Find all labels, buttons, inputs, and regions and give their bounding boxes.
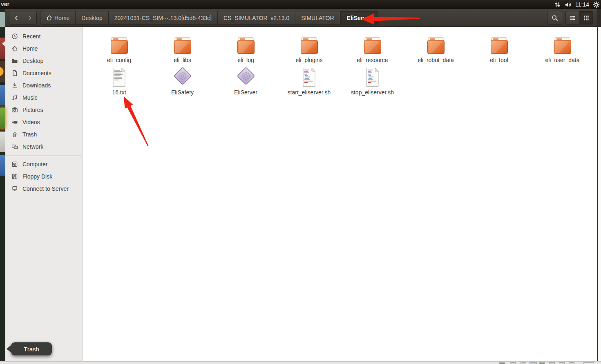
sidebar-item-network[interactable]: Network [5, 141, 82, 153]
trash-icon [11, 131, 18, 138]
file-item-eliserver[interactable]: EliServer [214, 63, 277, 96]
file-item-16-txt[interactable]: 16.txt [87, 63, 151, 96]
breadcrumb-label: SIMULATOR [301, 15, 334, 21]
grid-view-button[interactable] [579, 11, 593, 24]
breadcrumb-eliserver-active[interactable]: EliServer [340, 11, 379, 25]
panel-indicators: 11:14 [554, 0, 600, 9]
sidebar-item-documents[interactable]: Documents [5, 67, 82, 79]
sidebar-label: Computer [22, 161, 47, 167]
shell-script-icon [302, 67, 316, 87]
home-icon [46, 15, 52, 21]
file-item-eli-config[interactable]: eli_config [87, 27, 151, 63]
taskbar-mini-icon [559, 362, 565, 364]
folder-icon [109, 37, 130, 55]
chevron-left-icon [13, 15, 19, 21]
file-item-eli-tool[interactable]: eli_tool [467, 27, 531, 63]
sidebar-item-home[interactable]: Home [5, 42, 82, 55]
taskbar-mini-icon [510, 362, 516, 364]
window-body: Recent Home Desktop Documents Downloads … [5, 27, 597, 361]
taskbar-mini-icon [530, 362, 537, 364]
taskbar-mini-icon [569, 362, 574, 364]
breadcrumb-label: Desktop [81, 15, 102, 21]
folder-icon [426, 37, 446, 55]
dock-tooltip-trash: Trash [11, 342, 52, 355]
breadcrumb-label: Home [54, 15, 69, 21]
top-panel: ver 11:14 [0, 0, 601, 9]
file-item-eli-log[interactable]: eli_log [214, 27, 277, 63]
dock-item[interactable] [0, 85, 5, 105]
sidebar-label: Connect to Server [22, 185, 69, 192]
sidebar-item-recent[interactable]: Recent [5, 30, 82, 42]
desktop-screen: ver 11:14 Home Desktop 20241031-CS_SIM⋯.… [0, 0, 601, 364]
toolbar: Home Desktop 20241031-CS_SIM⋯.13.0[d5d8-… [5, 9, 597, 27]
desktop-folder-icon [11, 58, 18, 64]
grid-view-icon [583, 15, 590, 21]
folder-icon [489, 37, 509, 55]
file-item-stop-eliserver[interactable]: stop_eliserver.sh [341, 63, 404, 96]
computer-disk-icon [11, 161, 18, 167]
file-name: eli_plugins [295, 57, 322, 63]
network-traffic-icon[interactable] [554, 1, 561, 8]
sidebar-item-videos[interactable]: Videos [5, 116, 82, 128]
file-name: EliSafety [171, 89, 194, 96]
folder-icon [236, 37, 256, 55]
sidebar-label: Desktop [22, 58, 43, 64]
chevron-right-icon [27, 15, 33, 21]
breadcrumb-archive[interactable]: 20241031-CS_SIM⋯.13.0[d5d8-433c] [109, 11, 218, 24]
dock-item[interactable] [0, 108, 5, 128]
file-item-eli-robot-data[interactable]: eli_robot_data [404, 27, 467, 63]
background-window-strip [0, 361, 601, 364]
sidebar-label: Home [22, 45, 38, 52]
forward-button[interactable] [23, 11, 36, 24]
list-view-button[interactable] [566, 11, 579, 24]
back-button[interactable] [9, 11, 23, 24]
dock-item[interactable] [0, 12, 5, 27]
sidebar-item-floppy[interactable]: Floppy Disk [5, 170, 82, 183]
taskbar-mini-icon [539, 362, 545, 364]
sidebar-label: Downloads [22, 82, 51, 89]
floppy-disk-icon [11, 173, 18, 180]
dock-item[interactable] [0, 132, 5, 152]
dock-active-marker [2, 41, 5, 47]
folder-icon [552, 37, 573, 55]
toolbar-actions [547, 11, 593, 25]
search-button[interactable] [547, 11, 562, 25]
file-item-eli-resource[interactable]: eli_resource [341, 27, 404, 63]
dock-item[interactable] [0, 155, 5, 176]
breadcrumb-home[interactable]: Home [40, 11, 76, 24]
sidebar-item-desktop[interactable]: Desktop [5, 55, 82, 67]
file-item-elisafety[interactable]: EliSafety [151, 63, 214, 96]
folder-icon [362, 37, 383, 55]
sidebar-item-pictures[interactable]: Pictures [5, 104, 82, 116]
sidebar-label: Recent [22, 33, 40, 40]
executable-diamond-icon [172, 65, 194, 87]
dock-launcher [0, 9, 5, 361]
sidebar-item-downloads[interactable]: Downloads [5, 79, 82, 92]
dock-item[interactable] [0, 61, 5, 82]
breadcrumb-cs-simulator[interactable]: CS_SIMULATOR_v2.13.0 [218, 11, 295, 24]
sidebar-item-trash[interactable]: Trash [5, 128, 82, 141]
breadcrumb-label: CS_SIMULATOR_v2.13.0 [223, 15, 289, 21]
clock[interactable]: 11:14 [575, 1, 589, 8]
sidebar-item-computer[interactable]: Computer [5, 158, 82, 170]
file-name: eli_log [237, 57, 254, 63]
file-item-eli-plugins[interactable]: eli_plugins [277, 27, 341, 63]
file-item-eli-libs[interactable]: eli_libs [151, 27, 214, 63]
file-item-start-eliserver[interactable]: start_eliserver.sh [277, 63, 341, 96]
file-grid: eli_config eli_libs eli_log eli_plugins … [83, 27, 597, 361]
camera-icon [11, 107, 18, 113]
file-name: start_eliserver.sh [288, 89, 331, 96]
volume-icon[interactable] [565, 1, 572, 8]
sidebar-item-connect-server[interactable]: Connect to Server [5, 183, 82, 195]
breadcrumb-desktop[interactable]: Desktop [76, 11, 108, 24]
sidebar-item-music[interactable]: Music [5, 92, 82, 104]
breadcrumb-simulator[interactable]: SIMULATOR [295, 11, 340, 24]
file-name: eli_resource [357, 57, 388, 63]
music-notes-icon [11, 94, 18, 101]
server-icon [11, 185, 18, 192]
sidebar-label: Pictures [22, 107, 43, 113]
file-item-eli-user-data[interactable]: eli_user_data [531, 27, 594, 63]
breadcrumb-label: EliServer [347, 15, 372, 21]
settings-gear-icon[interactable] [593, 1, 600, 8]
sidebar-label: Trash [22, 131, 37, 138]
